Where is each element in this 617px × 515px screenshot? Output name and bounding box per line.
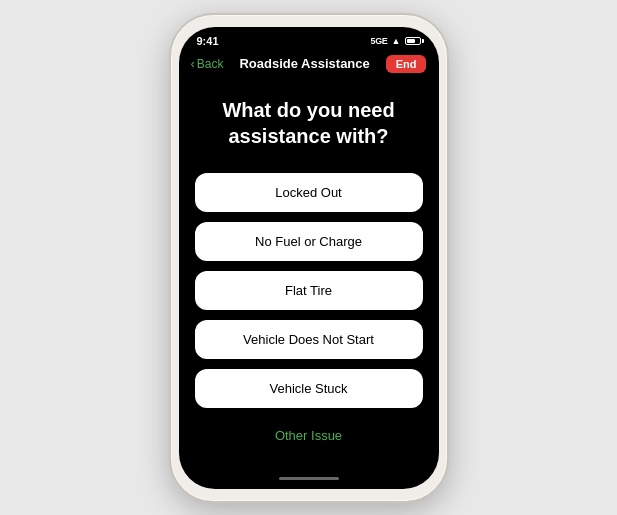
back-button[interactable]: ‹ Back [191,56,224,71]
wifi-icon: ▲ [392,36,401,46]
option-btn-vehicle-stuck[interactable]: Vehicle Stuck [195,369,423,408]
battery-icon [405,37,421,45]
nav-title: Roadside Assistance [239,56,369,71]
phone-shell: 9:41 5GE ▲ ‹ Back Roadside Assistance En… [169,13,449,503]
status-bar: 9:41 5GE ▲ [179,27,439,51]
option-btn-flat-tire[interactable]: Flat Tire [195,271,423,310]
question-title: What do you need assistance with? [195,97,423,149]
other-issue-link[interactable]: Other Issue [275,428,342,443]
phone-screen: 9:41 5GE ▲ ‹ Back Roadside Assistance En… [179,27,439,489]
option-btn-locked-out[interactable]: Locked Out [195,173,423,212]
home-indicator [179,469,439,489]
battery-fill [407,39,415,43]
home-bar [279,477,339,480]
back-label: Back [197,57,224,71]
option-btn-no-fuel[interactable]: No Fuel or Charge [195,222,423,261]
option-btn-no-start[interactable]: Vehicle Does Not Start [195,320,423,359]
main-content: What do you need assistance with? Locked… [179,81,439,469]
status-time: 9:41 [197,35,219,47]
signal-label: 5GE [370,36,387,46]
back-chevron-icon: ‹ [191,56,195,71]
options-list: Locked OutNo Fuel or ChargeFlat TireVehi… [195,173,423,408]
nav-bar: ‹ Back Roadside Assistance End [179,51,439,81]
status-icons: 5GE ▲ [370,36,420,46]
end-button[interactable]: End [386,55,427,73]
